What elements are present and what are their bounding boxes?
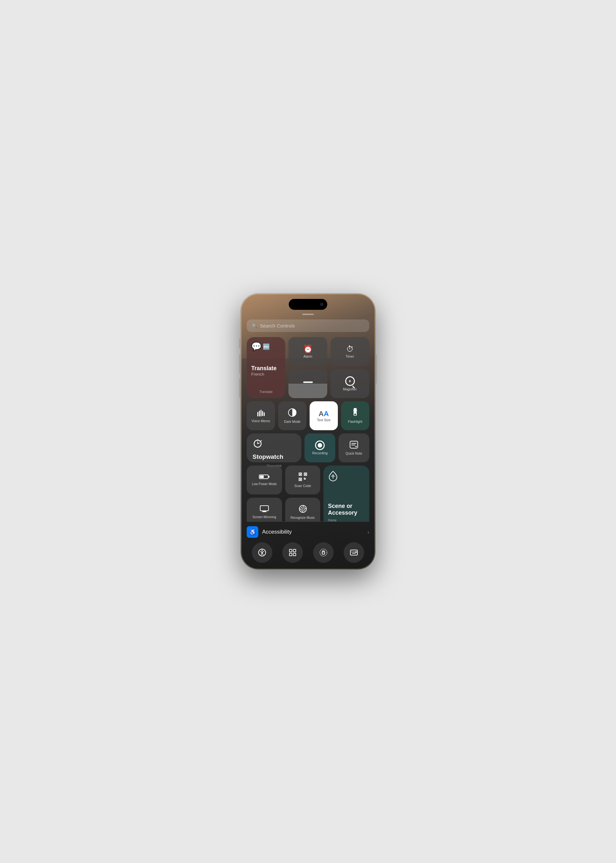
screen-mirroring-control[interactable]: Screen Mirroring <box>247 498 282 521</box>
controls-area: 💬 🔤 Translate French Translate <box>247 337 369 521</box>
low-power-icon <box>259 474 270 481</box>
screen-mirroring-icon <box>259 505 269 514</box>
text-size-label: Text Size <box>316 418 332 422</box>
svg-rect-0 <box>257 412 258 416</box>
svg-rect-44 <box>293 553 296 556</box>
search-icon: 🔍 <box>252 323 257 328</box>
svg-line-13 <box>261 441 261 441</box>
bottom-icon-grid[interactable] <box>282 542 303 563</box>
low-scan-row: Low Power Mode <box>247 466 320 494</box>
recognize-music-control[interactable]: Recognize Music <box>285 498 321 521</box>
volume-up-button[interactable] <box>239 354 240 374</box>
alarm-control[interactable]: ⏰ Alarm <box>288 337 327 366</box>
scene-title: Scene or Accessory <box>328 503 365 517</box>
volume-down-button[interactable] <box>239 378 240 398</box>
low-power-control[interactable]: Low Power Mode <box>247 466 282 494</box>
search-bar[interactable]: 🔍 Search Controls <box>247 320 369 332</box>
stopwatch-title: Stopwatch <box>253 454 283 460</box>
low-power-label: Low Power Mode <box>251 482 278 486</box>
recording-label: Recording <box>311 451 329 455</box>
svg-rect-30 <box>260 506 269 511</box>
translate-subtitle: French <box>251 372 281 376</box>
screen-mirroring-label: Screen Mirroring <box>251 515 278 519</box>
scan-code-control[interactable]: Scan Code <box>285 466 321 494</box>
recognize-music-icon <box>299 504 307 515</box>
translate-label: Translate <box>259 390 272 394</box>
flashlight-control[interactable]: Flashlight <box>341 401 369 430</box>
translate-title: Translate <box>251 365 281 372</box>
stopwatch-control[interactable]: Stopwatch Stopwatch <box>247 433 301 462</box>
flashlight-label: Flashlight <box>347 420 364 424</box>
translate-control[interactable]: 💬 🔤 Translate French Translate <box>247 337 285 398</box>
alarm-icon: ⏰ <box>303 345 313 353</box>
text-size-control[interactable]: AA Text Size <box>310 401 338 430</box>
svg-rect-41 <box>289 549 292 552</box>
magnifier-label: Magnifier <box>342 387 358 391</box>
quick-note-control[interactable]: Quick Note <box>338 433 369 462</box>
alarm-timer-row: ⏰ Alarm ⏱ Timer <box>288 337 369 366</box>
recording-dot-inner <box>317 443 322 447</box>
silent-switch[interactable] <box>239 339 240 349</box>
dark-mode-label: Dark Mode <box>283 420 302 424</box>
text-size-icon: AA <box>319 409 329 418</box>
svg-point-8 <box>354 414 356 416</box>
svg-rect-4 <box>264 412 265 416</box>
scene-control[interactable]: Scene or Accessory Home <box>324 466 369 521</box>
left-col-bottom: Low Power Mode <box>247 466 320 521</box>
right-col-top: ⏰ Alarm ⏱ Timer <box>288 337 369 398</box>
control-center-screen: 🔍 Search Controls 💬 🔤 <box>242 294 374 569</box>
stopwatch-text: Stopwatch <box>253 454 283 460</box>
quick-note-icon <box>349 441 358 450</box>
timer-icon: ⏱ <box>346 345 354 353</box>
mirror-music-row: Screen Mirroring <box>247 498 320 521</box>
bottom-icon-lock[interactable] <box>313 542 334 563</box>
recording-icon <box>315 441 325 450</box>
row-2: Voice Memo Dark Mode <box>247 401 369 430</box>
accessibility-icon: ♿ <box>247 526 258 538</box>
row-4: Low Power Mode <box>247 466 369 521</box>
timer-control[interactable]: ⏱ Timer <box>330 337 369 366</box>
scan-code-icon <box>299 472 307 483</box>
stopwatch-icon <box>253 438 263 449</box>
brightness-handle <box>303 381 313 383</box>
svg-rect-2 <box>261 409 261 416</box>
search-placeholder: Search Controls <box>260 323 295 328</box>
power-button[interactable] <box>376 354 377 383</box>
quick-note-label: Quick Note <box>344 451 363 455</box>
alarm-label: Alarm <box>302 354 313 359</box>
bottom-icon-keyboard[interactable] <box>344 542 364 563</box>
voice-memo-control[interactable]: Voice Memo <box>247 401 275 430</box>
svg-point-33 <box>302 508 303 510</box>
phone-frame: 🔍 Search Controls 💬 🔤 <box>240 293 376 570</box>
bottom-section: ♿ Accessibility › <box>242 521 374 569</box>
svg-rect-25 <box>300 479 301 480</box>
bottom-icons-row <box>247 542 369 566</box>
translate-icon-2: 🔤 <box>263 343 270 350</box>
svg-rect-42 <box>293 549 296 552</box>
svg-rect-18 <box>268 476 269 478</box>
magnifier-control[interactable]: + Magnifier <box>330 369 369 398</box>
translate-icon-area: 💬 🔤 <box>251 342 281 351</box>
svg-point-40 <box>261 550 263 551</box>
voice-memo-icon <box>256 409 266 418</box>
divider <box>247 521 369 522</box>
scene-text-area: Scene or Accessory Home <box>328 503 365 521</box>
timer-label: Timer <box>344 354 355 359</box>
accessibility-label: Accessibility <box>262 529 292 535</box>
svg-rect-19 <box>260 476 264 478</box>
accessibility-row[interactable]: ♿ Accessibility › <box>247 526 369 538</box>
dark-mode-control[interactable]: Dark Mode <box>278 401 306 430</box>
brightness-fill <box>288 384 327 398</box>
bottom-icon-accessibility[interactable] <box>252 542 272 563</box>
dark-mode-icon <box>288 408 297 418</box>
scan-code-label: Scan Code <box>293 484 313 488</box>
brightness-magnifier-row: + Magnifier <box>288 369 369 398</box>
row-1: 💬 🔤 Translate French Translate <box>247 337 369 398</box>
main-content: 🔍 Search Controls 💬 🔤 <box>242 294 374 521</box>
svg-rect-43 <box>289 553 292 556</box>
brightness-control[interactable] <box>288 369 327 398</box>
svg-rect-46 <box>322 552 325 554</box>
recording-control[interactable]: Recording <box>305 433 335 462</box>
svg-marker-6 <box>353 408 357 411</box>
row-3: Stopwatch Stopwatch Recording <box>247 433 369 462</box>
